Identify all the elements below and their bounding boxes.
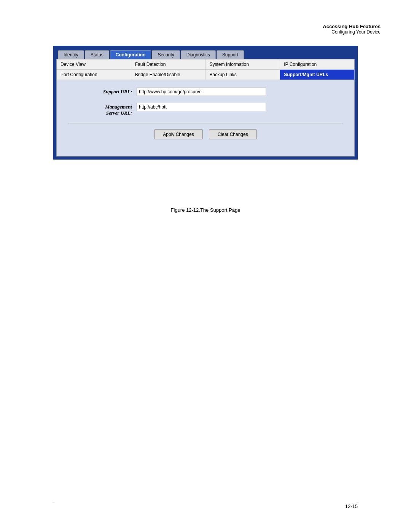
tab-security[interactable]: Security bbox=[152, 50, 180, 59]
sub-nav-backup-links[interactable]: Backup Links bbox=[206, 70, 280, 80]
apply-changes-button[interactable]: Apply Changes bbox=[154, 129, 202, 139]
sub-nav-port-configuration[interactable]: Port Configuration bbox=[57, 70, 131, 80]
management-url-input[interactable] bbox=[137, 103, 266, 111]
sub-nav-support-mgmt-urls[interactable]: Support/Mgmt URLs bbox=[280, 70, 354, 80]
figure-caption: Figure 12-12.The Support Page bbox=[53, 207, 358, 213]
tab-bar: Identity Status Configuration Security D… bbox=[56, 49, 355, 59]
tab-configuration[interactable]: Configuration bbox=[110, 50, 151, 59]
sub-nav-system-information[interactable]: System Information bbox=[206, 59, 280, 69]
page-header: Accessing Hub Features Configuring Your … bbox=[323, 24, 381, 35]
sub-nav-fault-detection[interactable]: Fault Detection bbox=[131, 59, 206, 69]
management-url-row: Management Server URL: bbox=[68, 103, 343, 116]
support-url-row: Support URL: bbox=[68, 88, 343, 96]
tab-diagnostics[interactable]: Diagnostics bbox=[181, 50, 216, 59]
main-container: Identity Status Configuration Security D… bbox=[53, 46, 358, 160]
header-title: Accessing Hub Features bbox=[323, 24, 381, 29]
tab-identity[interactable]: Identity bbox=[58, 50, 84, 59]
form-divider bbox=[68, 123, 343, 123]
sub-nav-row2: Port Configuration Bridge Enable/Disable… bbox=[57, 70, 354, 80]
support-url-input[interactable] bbox=[137, 88, 266, 96]
support-url-label: Support URL: bbox=[68, 88, 137, 95]
panel-content: Support URL: Management Server URL: Appl… bbox=[57, 80, 354, 156]
content-area: Device View Fault Detection System Infor… bbox=[56, 59, 355, 157]
page-number: 12-15 bbox=[345, 503, 358, 509]
page-footer: 12-15 bbox=[53, 501, 358, 509]
button-row: Apply Changes Clear Changes bbox=[68, 129, 343, 139]
sub-nav-ip-configuration[interactable]: IP Configuration bbox=[280, 59, 354, 69]
sub-nav-row1: Device View Fault Detection System Infor… bbox=[57, 59, 354, 70]
tab-status[interactable]: Status bbox=[85, 50, 109, 59]
clear-changes-button[interactable]: Clear Changes bbox=[209, 129, 257, 139]
sub-nav-device-view[interactable]: Device View bbox=[57, 59, 131, 69]
header-subtitle: Configuring Your Device bbox=[323, 29, 381, 35]
tab-support[interactable]: Support bbox=[217, 50, 244, 59]
sub-nav-bridge-enable-disable[interactable]: Bridge Enable/Disable bbox=[131, 70, 206, 80]
management-url-label: Management Server URL: bbox=[68, 103, 137, 116]
